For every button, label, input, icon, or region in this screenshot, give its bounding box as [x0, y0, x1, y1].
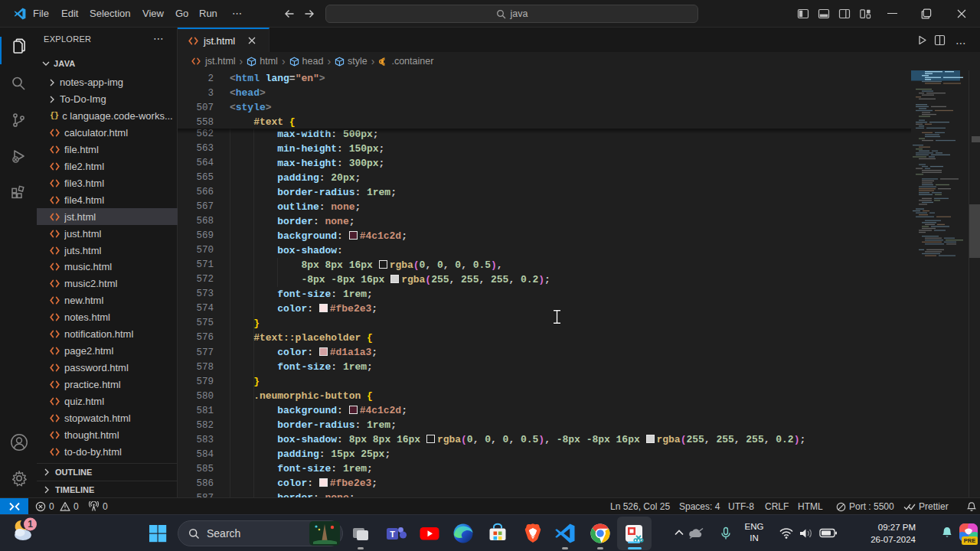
svg-text:T: T: [390, 530, 395, 539]
svg-text:1: 1: [28, 519, 33, 530]
